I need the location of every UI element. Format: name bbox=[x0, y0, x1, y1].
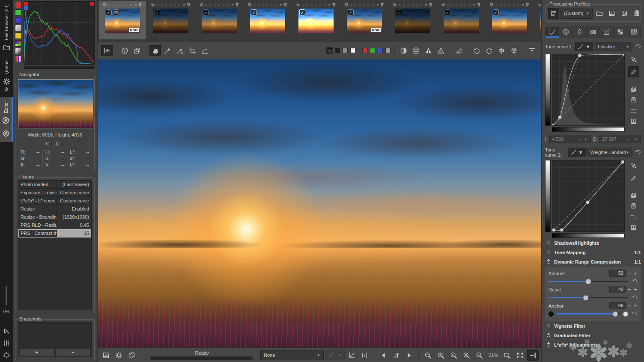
checked-badge[interactable]: ✓ bbox=[251, 9, 257, 15]
detail-slider-thumb[interactable] bbox=[583, 295, 589, 300]
thumbnail-image[interactable]: ✓ bbox=[250, 9, 285, 33]
copy-curve-button[interactable] bbox=[628, 84, 639, 94]
rating-star-icon[interactable]: ☆ bbox=[464, 3, 467, 7]
left-vertical-slider[interactable] bbox=[6, 286, 7, 305]
gamut-check-button[interactable] bbox=[410, 45, 422, 56]
filmstrip-thumbnail[interactable]: ☆☆☆☆☆☆○✓ bbox=[147, 1, 194, 39]
filmstrip-toggle-button[interactable] bbox=[527, 350, 539, 361]
rating-star-icon[interactable]: ☆ bbox=[129, 3, 133, 7]
gear-icon[interactable] bbox=[393, 3, 397, 8]
thumbnail-image[interactable]: ✓ bbox=[153, 9, 188, 33]
load-profile-button[interactable] bbox=[594, 8, 605, 19]
navigator-thumbnail[interactable] bbox=[18, 79, 93, 128]
histogram-rgb-toggle[interactable] bbox=[15, 40, 22, 47]
trash-icon[interactable] bbox=[331, 2, 336, 8]
rating-star-icon[interactable]: ☆ bbox=[349, 3, 353, 7]
checked-badge[interactable]: ✓ bbox=[154, 9, 160, 15]
histogram-raw-toggle[interactable] bbox=[15, 48, 22, 54]
rating-star-icon[interactable]: ☆ bbox=[226, 3, 230, 7]
collapse-left-panel-button[interactable] bbox=[101, 45, 113, 56]
flip-horizontal-button[interactable] bbox=[496, 45, 507, 56]
filmstrip-thumbnail[interactable]: ☆☆☆☆☆☆○✓HDR bbox=[99, 1, 146, 39]
preview-luminosity-button[interactable] bbox=[385, 48, 391, 53]
reset-detail-slider-button[interactable] bbox=[631, 295, 638, 300]
preview-blue-channel-button[interactable] bbox=[378, 48, 383, 53]
save-image-button[interactable] bbox=[100, 350, 112, 361]
history-row[interactable]: PRS - Contrast thr...15 bbox=[18, 229, 91, 237]
trash-icon[interactable] bbox=[283, 2, 288, 8]
filmstrip-thumbnail[interactable]: ☆☆☆☆☆☆○✓ bbox=[196, 1, 243, 39]
detail-window-button[interactable] bbox=[131, 45, 143, 56]
reset-tone-curve-2-button[interactable] bbox=[634, 149, 641, 155]
histogram-red-toggle[interactable] bbox=[15, 2, 22, 8]
color-label-icon[interactable]: ○ bbox=[183, 3, 185, 7]
rating-star-icon[interactable]: ☆ bbox=[516, 3, 520, 7]
tab-detail[interactable] bbox=[559, 27, 572, 38]
partial-profile-button[interactable] bbox=[548, 8, 559, 19]
thumbnail-image[interactable]: ✓ bbox=[298, 9, 334, 33]
reset-amount-slider-button[interactable] bbox=[631, 279, 638, 284]
rating-star-icon[interactable]: ☆ bbox=[164, 3, 168, 7]
thumbnail-image[interactable]: ✓HDR bbox=[347, 9, 382, 33]
rating-star-icon[interactable]: ☆ bbox=[503, 3, 507, 7]
sync-filebrowser-button[interactable] bbox=[391, 350, 402, 361]
dock-top-panel-button[interactable] bbox=[526, 45, 538, 56]
tab-exposure[interactable]: +− bbox=[546, 27, 559, 38]
tab-queue[interactable]: Queue bbox=[0, 56, 13, 97]
rating-star-icon[interactable]: ☆ bbox=[116, 3, 119, 7]
rating-star-icon[interactable]: ☆ bbox=[420, 3, 423, 7]
curve-input-value[interactable]: 4.566− + bbox=[549, 135, 591, 143]
anchor-slider[interactable] bbox=[556, 313, 620, 315]
rating-star-icon[interactable]: ☆ bbox=[459, 3, 462, 7]
checked-badge[interactable]: ✓ bbox=[106, 9, 112, 15]
preview-red-channel-button[interactable] bbox=[362, 48, 367, 53]
rating-star-icon[interactable]: ☆ bbox=[253, 3, 256, 7]
save-profile-button[interactable] bbox=[606, 8, 617, 19]
rating-star-icon[interactable]: ☆ bbox=[178, 3, 181, 7]
rating-star-icon[interactable]: ☆ bbox=[261, 3, 265, 7]
gear-icon[interactable] bbox=[102, 3, 107, 8]
edit-point-button[interactable] bbox=[628, 160, 639, 171]
curve-type-1-select[interactable]: ▼ bbox=[575, 42, 593, 51]
add-to-queue-button[interactable] bbox=[1, 326, 12, 336]
curve-type-2-select[interactable]: ▼ bbox=[568, 148, 586, 157]
highlight-clipping-button[interactable] bbox=[423, 45, 434, 56]
tab-transform[interactable] bbox=[599, 27, 613, 38]
tone-curve-2-editor[interactable] bbox=[552, 160, 625, 232]
color-label-icon[interactable]: ○ bbox=[522, 3, 524, 7]
filmstrip-thumbnail[interactable]: ☆☆☆☆☆☆○✓ bbox=[292, 1, 340, 39]
checked-badge[interactable]: ✓ bbox=[444, 9, 450, 15]
rating-star-icon[interactable]: ☆ bbox=[362, 3, 366, 7]
reset-anchor-slider-button[interactable] bbox=[631, 311, 638, 317]
filmstrip-thumbnail[interactable]: ☆☆☆☆☆☆○✓ bbox=[486, 1, 533, 39]
color-label-icon[interactable]: ○ bbox=[231, 3, 234, 7]
gear-icon[interactable] bbox=[344, 3, 349, 8]
preview-background-theme-button[interactable] bbox=[327, 48, 332, 53]
minus-button[interactable]: − bbox=[627, 303, 632, 309]
highlight-clip-indicator-right[interactable] bbox=[90, 2, 94, 6]
rating-star-icon[interactable]: ☆ bbox=[499, 3, 502, 7]
graduated-filter-expander[interactable]: Graduated Filter bbox=[545, 331, 641, 340]
load-curve-button[interactable] bbox=[628, 106, 639, 115]
shadow-clipping-button[interactable] bbox=[435, 45, 447, 56]
rating-star-icon[interactable]: ☆ bbox=[156, 3, 159, 7]
color-label-icon[interactable]: ○ bbox=[134, 3, 137, 7]
power-off-icon[interactable] bbox=[546, 249, 551, 255]
tab-color[interactable] bbox=[572, 27, 586, 38]
amount-slider-value[interactable]: 50 bbox=[609, 270, 626, 277]
copy-curve-button[interactable] bbox=[628, 190, 639, 200]
rating-star-icon[interactable]: ☆ bbox=[495, 3, 498, 7]
rating-star-icon[interactable]: ☆ bbox=[204, 3, 208, 7]
rating-star-icon[interactable]: ☆ bbox=[358, 3, 361, 7]
checked-badge[interactable]: ✓ bbox=[493, 9, 499, 15]
checked-badge[interactable]: ✓ bbox=[396, 9, 402, 15]
rating-star-icon[interactable]: ☆ bbox=[323, 3, 326, 7]
curve-output-value[interactable]: 27.397− + bbox=[599, 135, 641, 143]
rating-star-icon[interactable]: ☆ bbox=[112, 3, 115, 7]
history-row[interactable]: Exposure - Tone c...Custom curve bbox=[18, 189, 91, 197]
rating-star-icon[interactable]: ☆ bbox=[446, 3, 450, 7]
history-row[interactable]: PRS RLD - Radius0.45 bbox=[18, 221, 91, 229]
highlight-clip-indicator[interactable] bbox=[24, 2, 28, 6]
rating-star-icon[interactable]: ☆ bbox=[406, 3, 410, 7]
add-snapshot-button[interactable]: + bbox=[19, 349, 54, 356]
